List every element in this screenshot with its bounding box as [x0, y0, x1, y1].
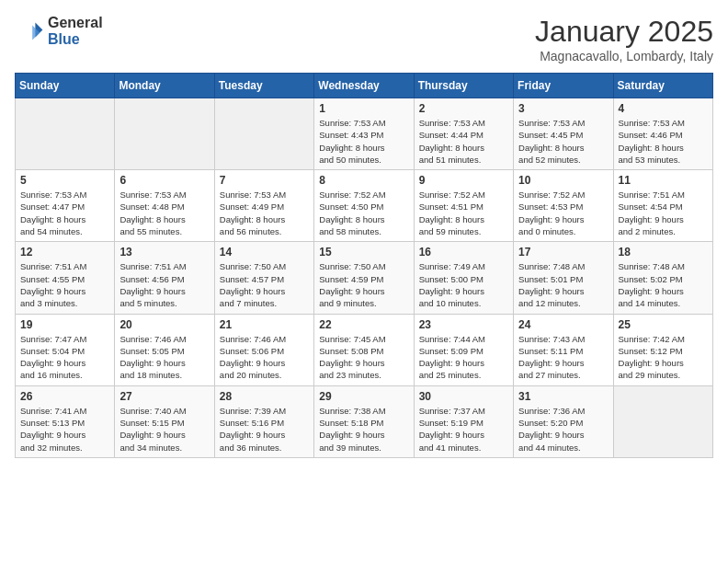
- day-number: 11: [619, 174, 708, 187]
- day-info: Sunrise: 7:53 AM Sunset: 4:46 PM Dayligh…: [619, 117, 708, 166]
- day-number: 28: [220, 390, 309, 403]
- day-number: 7: [220, 174, 309, 187]
- day-number: 6: [119, 174, 209, 187]
- calendar-cell: 28Sunrise: 7:39 AM Sunset: 5:16 PM Dayli…: [214, 385, 313, 457]
- day-info: Sunrise: 7:42 AM Sunset: 5:12 PM Dayligh…: [619, 333, 708, 382]
- title-block: January 2025 Magnacavallo, Lombardy, Ita…: [535, 15, 713, 63]
- day-info: Sunrise: 7:53 AM Sunset: 4:49 PM Dayligh…: [220, 189, 309, 237]
- day-number: 27: [119, 390, 209, 403]
- day-info: Sunrise: 7:39 AM Sunset: 5:16 PM Dayligh…: [220, 405, 309, 454]
- calendar-cell: 27Sunrise: 7:40 AM Sunset: 5:15 PM Dayli…: [115, 385, 214, 457]
- calendar-cell: 14Sunrise: 7:50 AM Sunset: 4:57 PM Dayli…: [214, 242, 313, 314]
- calendar-cell: 16Sunrise: 7:49 AM Sunset: 5:00 PM Dayli…: [414, 242, 513, 314]
- day-info: Sunrise: 7:40 AM Sunset: 5:15 PM Dayligh…: [119, 405, 209, 454]
- calendar-cell: 2Sunrise: 7:53 AM Sunset: 4:44 PM Daylig…: [414, 98, 513, 170]
- day-number: 3: [518, 102, 608, 115]
- calendar-cell: 7Sunrise: 7:53 AM Sunset: 4:49 PM Daylig…: [214, 170, 313, 242]
- calendar-cell: 5Sunrise: 7:53 AM Sunset: 4:47 PM Daylig…: [16, 170, 115, 242]
- day-info: Sunrise: 7:43 AM Sunset: 5:11 PM Dayligh…: [518, 333, 608, 382]
- day-number: 5: [20, 174, 109, 187]
- day-number: 14: [220, 246, 309, 259]
- weekday-row: SundayMondayTuesdayWednesdayThursdayFrid…: [16, 74, 713, 98]
- day-info: Sunrise: 7:46 AM Sunset: 5:06 PM Dayligh…: [220, 333, 309, 382]
- calendar-cell: 17Sunrise: 7:48 AM Sunset: 5:01 PM Dayli…: [514, 242, 613, 314]
- calendar-cell: 15Sunrise: 7:50 AM Sunset: 4:59 PM Dayli…: [314, 242, 414, 314]
- calendar-week-row: 12Sunrise: 7:51 AM Sunset: 4:55 PM Dayli…: [16, 242, 713, 314]
- calendar-cell: 9Sunrise: 7:52 AM Sunset: 4:51 PM Daylig…: [414, 170, 513, 242]
- weekday-header: Thursday: [414, 74, 513, 98]
- calendar-week-row: 19Sunrise: 7:47 AM Sunset: 5:04 PM Dayli…: [16, 314, 713, 385]
- calendar-cell: 31Sunrise: 7:36 AM Sunset: 5:20 PM Dayli…: [514, 385, 613, 457]
- calendar-cell: 12Sunrise: 7:51 AM Sunset: 4:55 PM Dayli…: [16, 242, 115, 314]
- day-info: Sunrise: 7:53 AM Sunset: 4:45 PM Dayligh…: [518, 117, 608, 166]
- day-number: 4: [619, 102, 708, 115]
- day-number: 29: [319, 390, 408, 403]
- calendar-cell: 8Sunrise: 7:52 AM Sunset: 4:50 PM Daylig…: [314, 170, 414, 242]
- calendar-body: 1Sunrise: 7:53 AM Sunset: 4:43 PM Daylig…: [16, 98, 713, 458]
- weekday-header: Tuesday: [214, 74, 313, 98]
- day-info: Sunrise: 7:41 AM Sunset: 5:13 PM Dayligh…: [20, 405, 109, 454]
- weekday-header: Saturday: [613, 74, 712, 98]
- day-info: Sunrise: 7:52 AM Sunset: 4:50 PM Dayligh…: [319, 189, 408, 237]
- day-info: Sunrise: 7:51 AM Sunset: 4:54 PM Dayligh…: [619, 189, 708, 237]
- day-number: 15: [319, 246, 408, 259]
- day-number: 8: [319, 174, 408, 187]
- calendar-cell: 23Sunrise: 7:44 AM Sunset: 5:09 PM Dayli…: [414, 314, 513, 385]
- day-number: 9: [419, 174, 508, 187]
- day-info: Sunrise: 7:49 AM Sunset: 5:00 PM Dayligh…: [419, 260, 508, 309]
- day-info: Sunrise: 7:45 AM Sunset: 5:08 PM Dayligh…: [319, 333, 408, 382]
- day-number: 13: [119, 246, 209, 259]
- calendar-table: SundayMondayTuesdayWednesdayThursdayFrid…: [15, 73, 713, 458]
- weekday-header: Friday: [514, 74, 613, 98]
- day-number: 17: [518, 246, 608, 259]
- day-number: 1: [319, 102, 408, 115]
- page-header: General Blue January 2025 Magnacavallo, …: [15, 15, 713, 63]
- day-info: Sunrise: 7:53 AM Sunset: 4:44 PM Dayligh…: [419, 117, 508, 166]
- calendar-cell: 24Sunrise: 7:43 AM Sunset: 5:11 PM Dayli…: [514, 314, 613, 385]
- day-info: Sunrise: 7:44 AM Sunset: 5:09 PM Dayligh…: [419, 333, 508, 382]
- day-number: 23: [419, 318, 508, 331]
- day-number: 16: [419, 246, 508, 259]
- day-info: Sunrise: 7:53 AM Sunset: 4:47 PM Dayligh…: [20, 189, 109, 237]
- logo-icon: [15, 17, 44, 46]
- day-info: Sunrise: 7:51 AM Sunset: 4:56 PM Dayligh…: [119, 260, 209, 309]
- day-info: Sunrise: 7:36 AM Sunset: 5:20 PM Dayligh…: [518, 405, 608, 454]
- calendar-cell: 25Sunrise: 7:42 AM Sunset: 5:12 PM Dayli…: [613, 314, 712, 385]
- calendar-cell: [613, 385, 712, 457]
- day-number: 18: [619, 246, 708, 259]
- calendar-cell: 26Sunrise: 7:41 AM Sunset: 5:13 PM Dayli…: [16, 385, 115, 457]
- day-info: Sunrise: 7:47 AM Sunset: 5:04 PM Dayligh…: [20, 333, 109, 382]
- calendar-cell: 30Sunrise: 7:37 AM Sunset: 5:19 PM Dayli…: [414, 385, 513, 457]
- day-number: 19: [20, 318, 109, 331]
- logo-blue-text: Blue: [48, 31, 103, 48]
- day-number: 10: [518, 174, 608, 187]
- day-number: 26: [20, 390, 109, 403]
- day-info: Sunrise: 7:51 AM Sunset: 4:55 PM Dayligh…: [20, 260, 109, 309]
- calendar-cell: 10Sunrise: 7:52 AM Sunset: 4:53 PM Dayli…: [514, 170, 613, 242]
- day-info: Sunrise: 7:48 AM Sunset: 5:02 PM Dayligh…: [619, 260, 708, 309]
- day-info: Sunrise: 7:52 AM Sunset: 4:51 PM Dayligh…: [419, 189, 508, 237]
- calendar-cell: 18Sunrise: 7:48 AM Sunset: 5:02 PM Dayli…: [613, 242, 712, 314]
- logo: General Blue: [15, 15, 103, 47]
- day-number: 24: [518, 318, 608, 331]
- day-number: 20: [119, 318, 209, 331]
- calendar-cell: 29Sunrise: 7:38 AM Sunset: 5:18 PM Dayli…: [314, 385, 414, 457]
- day-number: 2: [419, 102, 508, 115]
- day-number: 12: [20, 246, 109, 259]
- weekday-header: Sunday: [16, 74, 115, 98]
- calendar-cell: 21Sunrise: 7:46 AM Sunset: 5:06 PM Dayli…: [214, 314, 313, 385]
- day-number: 30: [419, 390, 508, 403]
- calendar-week-row: 1Sunrise: 7:53 AM Sunset: 4:43 PM Daylig…: [16, 98, 713, 170]
- calendar-cell: 20Sunrise: 7:46 AM Sunset: 5:05 PM Dayli…: [115, 314, 214, 385]
- calendar-cell: [16, 98, 115, 170]
- calendar-cell: 3Sunrise: 7:53 AM Sunset: 4:45 PM Daylig…: [514, 98, 613, 170]
- weekday-header: Wednesday: [314, 74, 414, 98]
- calendar-week-row: 5Sunrise: 7:53 AM Sunset: 4:47 PM Daylig…: [16, 170, 713, 242]
- day-info: Sunrise: 7:53 AM Sunset: 4:48 PM Dayligh…: [119, 189, 209, 237]
- day-info: Sunrise: 7:46 AM Sunset: 5:05 PM Dayligh…: [119, 333, 209, 382]
- calendar-cell: 13Sunrise: 7:51 AM Sunset: 4:56 PM Dayli…: [115, 242, 214, 314]
- calendar-cell: [115, 98, 214, 170]
- calendar-cell: 22Sunrise: 7:45 AM Sunset: 5:08 PM Dayli…: [314, 314, 414, 385]
- day-info: Sunrise: 7:48 AM Sunset: 5:01 PM Dayligh…: [518, 260, 608, 309]
- calendar-week-row: 26Sunrise: 7:41 AM Sunset: 5:13 PM Dayli…: [16, 385, 713, 457]
